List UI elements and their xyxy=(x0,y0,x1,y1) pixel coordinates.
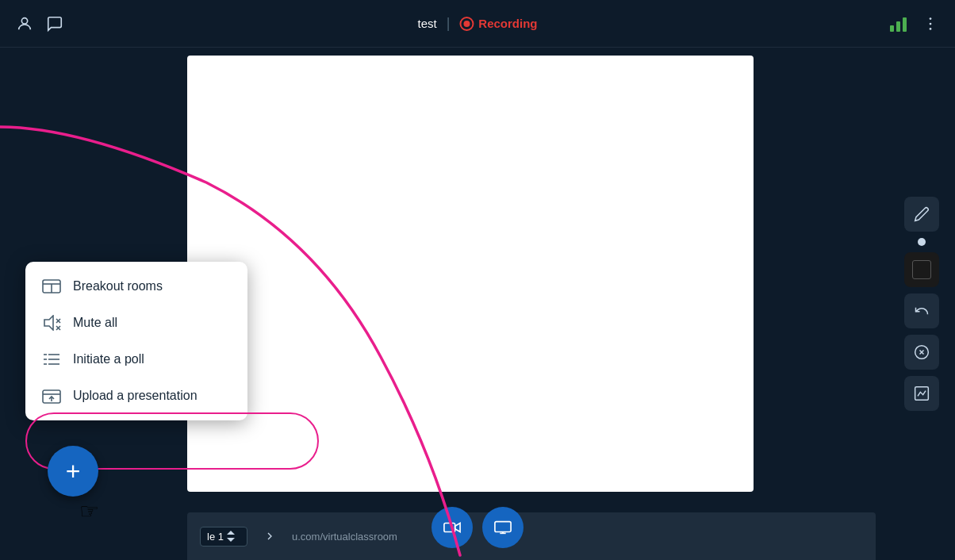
menu-item-upload-presentation[interactable]: Upload a presentation xyxy=(25,378,247,414)
header-center: test | Recording xyxy=(417,15,537,32)
chart-tool-button[interactable] xyxy=(904,376,939,411)
recording-indicator: Recording xyxy=(459,17,537,31)
add-action-button[interactable]: + xyxy=(48,446,98,497)
svg-marker-28 xyxy=(455,524,460,532)
chat-icon[interactable] xyxy=(46,15,63,33)
header: test | Recording xyxy=(0,0,955,48)
signal-icon xyxy=(890,16,909,32)
svg-marker-7 xyxy=(44,316,53,330)
recording-label: Recording xyxy=(478,17,537,30)
session-title: test xyxy=(417,17,436,30)
breakout-rooms-icon xyxy=(41,278,62,294)
more-options-icon[interactable] xyxy=(922,15,939,33)
bottom-bar: le 1 u.com/virtualclassroom xyxy=(187,512,876,560)
svg-point-2 xyxy=(930,22,932,25)
breakout-rooms-label: Breakout rooms xyxy=(73,279,163,293)
svg-point-3 xyxy=(930,28,932,30)
header-divider: | xyxy=(447,15,451,32)
svg-point-0 xyxy=(21,17,27,23)
main-area: Breakout rooms Mute all xyxy=(0,48,955,560)
menu-item-breakout-rooms[interactable]: Breakout rooms xyxy=(25,268,247,305)
presentation-whiteboard xyxy=(187,56,754,492)
person-icon[interactable] xyxy=(16,15,33,33)
menu-item-initiate-poll[interactable]: Initiate a poll xyxy=(25,341,247,378)
header-left xyxy=(16,15,63,33)
slide-stepper-icon xyxy=(227,531,235,542)
drawing-toolbar xyxy=(904,197,939,411)
color-swatch-display xyxy=(912,260,931,279)
slide-label: le 1 xyxy=(207,531,224,543)
upload-presentation-label: Upload a presentation xyxy=(73,389,198,403)
pencil-tool-button[interactable] xyxy=(904,197,939,232)
color-picker-button[interactable] xyxy=(904,252,939,287)
slide-input[interactable]: le 1 xyxy=(200,527,247,547)
dot-indicator xyxy=(918,238,926,246)
close-tool-button[interactable] xyxy=(904,335,939,370)
screen-share-button[interactable] xyxy=(482,507,524,548)
svg-point-1 xyxy=(930,17,932,20)
video-button[interactable] xyxy=(431,507,473,548)
svg-marker-26 xyxy=(227,538,235,542)
undo-button[interactable] xyxy=(904,293,939,328)
header-right xyxy=(890,15,939,33)
initiate-poll-icon xyxy=(41,351,62,367)
initiate-poll-label: Initiate a poll xyxy=(73,352,144,366)
upload-presentation-icon xyxy=(41,388,62,404)
mute-all-label: Mute all xyxy=(73,316,117,330)
mute-all-icon xyxy=(41,315,62,331)
popup-menu: Breakout rooms Mute all xyxy=(25,262,247,420)
cursor-hand-icon: ☞ xyxy=(79,498,99,524)
recording-dot-icon xyxy=(459,17,474,31)
recording-dot-inner xyxy=(463,21,470,27)
url-display: u.com/virtualclassroom xyxy=(292,531,863,543)
svg-rect-29 xyxy=(495,522,511,532)
bottom-action-buttons xyxy=(431,507,524,548)
svg-marker-25 xyxy=(227,531,235,535)
menu-item-mute-all[interactable]: Mute all xyxy=(25,305,247,341)
next-slide-button[interactable] xyxy=(257,524,282,549)
svg-rect-27 xyxy=(444,524,455,532)
plus-icon: + xyxy=(66,458,81,484)
